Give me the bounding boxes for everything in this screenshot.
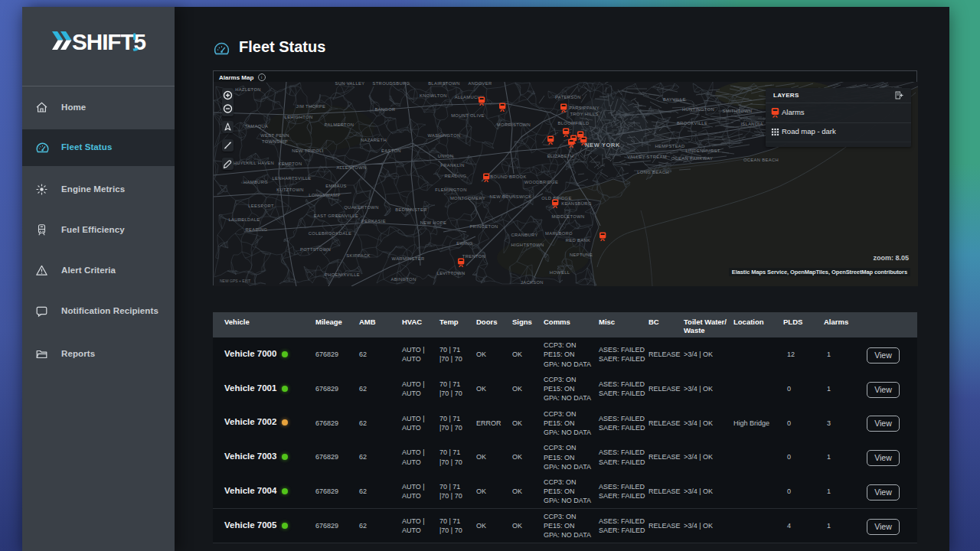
svg-text:NAZARETH: NAZARETH <box>361 138 387 142</box>
svg-text:TROY HILLS: TROY HILLS <box>570 112 598 116</box>
svg-text:EAST GREENVILLE: EAST GREENVILLE <box>314 214 358 218</box>
svg-text:MARLBORO: MARLBORO <box>545 231 573 236</box>
svg-text:PERKASIE: PERKASIE <box>361 219 386 223</box>
svg-text:STROUDSBURG: STROUDSBURG <box>373 82 410 86</box>
svg-text:EWING: EWING <box>456 241 473 246</box>
svg-text:SCHUYLKILL HAVEN: SCHUYLKILL HAVEN <box>227 161 274 165</box>
svg-text:HAMBURG: HAMBURG <box>243 180 268 184</box>
svg-text:PARSIPPANY: PARSIPPANY <box>569 106 599 110</box>
svg-text:SUN VALLEY: SUN VALLEY <box>335 82 365 86</box>
svg-text:LEVITTOWN: LEVITTOWN <box>437 271 466 276</box>
svg-text:ABINGTON: ABINGTON <box>391 277 416 282</box>
svg-text:HIGHTSTOWN: HIGHTSTOWN <box>511 243 544 247</box>
svg-text:WOODBRIDGE: WOODBRIDGE <box>524 180 558 184</box>
svg-text:PALMERTON: PALMERTON <box>325 122 354 127</box>
svg-text:BROOKVILLE: BROOKVILLE <box>677 121 707 126</box>
svg-text:LAURELDALE: LAURELDALE <box>228 217 260 222</box>
svg-text:LENHARTSVILLE: LENHARTSVILLE <box>272 176 311 181</box>
svg-text:MIDDLETOWN: MIDDLETOWN <box>551 214 584 219</box>
svg-text:LONGSWAMP: LONGSWAMP <box>309 193 340 197</box>
svg-text:TAMAQUA: TAMAQUA <box>245 124 269 129</box>
svg-text:VALLEY STREAM: VALLEY STREAM <box>627 155 667 159</box>
svg-text:LEHIGHTON: LEHIGHTON <box>285 115 313 119</box>
svg-text:SKIPPACK: SKIPPACK <box>346 253 370 258</box>
svg-text:WASHINGTON: WASHINGTON <box>427 133 460 138</box>
svg-text:OCEAN PARKWAY: OCEAN PARKWAY <box>671 156 714 161</box>
svg-text:SMITHTOWN: SMITHTOWN <box>723 109 753 113</box>
svg-text:BANGOR: BANGOR <box>374 107 395 112</box>
svg-text:LINDENHURST: LINDENHURST <box>685 148 720 153</box>
svg-text:HEMPSTEAD: HEMPSTEAD <box>655 144 684 148</box>
svg-text:POTTSTOWN: POTTSTOWN <box>300 247 331 252</box>
svg-text:PHOENIXVILLE: PHOENIXVILLE <box>325 272 360 277</box>
svg-text:BEDMINSTER: BEDMINSTER <box>395 207 427 212</box>
svg-text:KEMPTON: KEMPTON <box>278 161 302 166</box>
svg-text:PRINCETON: PRINCETON <box>469 224 498 229</box>
svg-text:JACKSON: JACKSON <box>521 280 544 285</box>
svg-text:WEST PENN: WEST PENN <box>260 133 289 138</box>
svg-text:BLAIRSTOWN: BLAIRSTOWN <box>428 82 460 86</box>
svg-text:NEW TRIPOLI: NEW TRIPOLI <box>292 148 323 153</box>
svg-text:NEW YORK: NEW YORK <box>585 142 620 148</box>
svg-text:NEW HOPE: NEW HOPE <box>420 220 446 225</box>
svg-text:BLOOMFIELD: BLOOMFIELD <box>558 121 590 126</box>
svg-text:MOUNT OLIVE: MOUNT OLIVE <box>451 113 485 118</box>
svg-text:TRENTON: TRENTON <box>462 254 485 259</box>
svg-text:LONG BEACH: LONG BEACH <box>637 170 669 174</box>
svg-text:EASTON: EASTON <box>381 148 401 153</box>
svg-text:READING: READING <box>246 227 268 232</box>
svg-text:HOWELL: HOWELL <box>550 270 570 275</box>
svg-text:MORRISTOWN: MORRISTOWN <box>497 122 531 127</box>
svg-text:CRANBURY: CRANBURY <box>511 233 537 237</box>
svg-text:ALLENTOWN: ALLENTOWN <box>336 165 366 170</box>
svg-text:UNION: UNION <box>438 154 453 158</box>
svg-text:JIM THORPE: JIM THORPE <box>296 104 326 109</box>
svg-text:NEPTUNE: NEPTUNE <box>570 253 593 257</box>
svg-text:WARMINSTER: WARMINSTER <box>392 256 425 261</box>
svg-text:EMMAUS: EMMAUS <box>325 184 347 188</box>
svg-text:HAZLETON: HAZLETON <box>235 87 261 92</box>
svg-text:KUTZTOWN: KUTZTOWN <box>276 187 304 192</box>
svg-text:KNOWLTON: KNOWLTON <box>420 93 447 98</box>
svg-text:TOWNSHIP: TOWNSHIP <box>262 139 288 144</box>
svg-text:FLEMINGTON: FLEMINGTON <box>435 187 466 192</box>
svg-text:KEANSBURG: KEANSBURG <box>561 201 592 206</box>
svg-text:FRANKLIN: FRANKLIN <box>440 163 464 168</box>
svg-text:ANDOVER: ANDOVER <box>468 82 492 86</box>
svg-text:PATERSON: PATERSON <box>555 95 581 99</box>
svg-text:ISLANDIA: ISLANDIA <box>740 122 763 126</box>
svg-text:COLEBROOKDALE: COLEBROOKDALE <box>309 231 351 236</box>
svg-text:OCEAN BEACH: OCEAN BEACH <box>743 158 779 162</box>
svg-text:LEESPORT: LEESPORT <box>248 204 274 208</box>
svg-text:BOUND BROOK: BOUND BROOK <box>490 174 526 179</box>
svg-text:ELIZABETH: ELIZABETH <box>547 154 574 158</box>
svg-text:READING: READING <box>445 174 467 178</box>
svg-text:QUAKERTOWN: QUAKERTOWN <box>344 205 378 210</box>
svg-text:BAYVILLE: BAYVILLE <box>663 97 686 102</box>
svg-text:HUNTINGTON: HUNTINGTON <box>682 107 714 112</box>
svg-text:RED BANK: RED BANK <box>566 238 590 243</box>
svg-text:NEW BRUNSWICK: NEW BRUNSWICK <box>489 194 531 199</box>
svg-text:MONTGOMERY: MONTGOMERY <box>450 196 485 201</box>
svg-text:NEW GPS + EXIT: NEW GPS + EXIT <box>220 279 250 283</box>
